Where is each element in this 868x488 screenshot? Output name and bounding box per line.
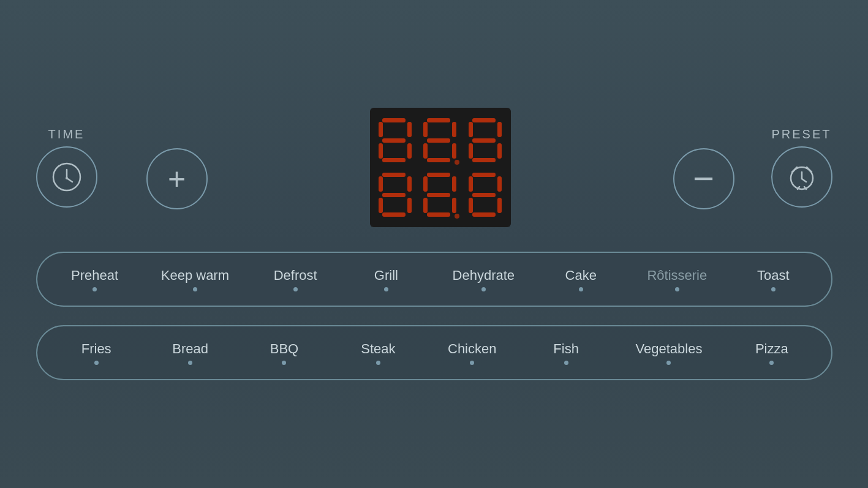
mode-grill-dot bbox=[384, 287, 388, 291]
mode-pizza[interactable]: Pizza bbox=[747, 341, 796, 365]
mode-dehydrate[interactable]: Dehydrate bbox=[453, 268, 515, 291]
led-display-container bbox=[370, 108, 511, 227]
digit-4 bbox=[375, 170, 416, 220]
clock-icon bbox=[51, 161, 83, 193]
mode-toast-dot bbox=[771, 287, 776, 291]
colon-dot-top bbox=[455, 160, 459, 165]
mode-fries[interactable]: Fries bbox=[72, 341, 121, 365]
left-controls: TIME + bbox=[36, 126, 208, 209]
mode-toast[interactable]: Toast bbox=[749, 268, 798, 291]
alarm-icon bbox=[786, 161, 818, 193]
mode-bbq-dot bbox=[282, 361, 286, 365]
digit-1 bbox=[375, 115, 416, 166]
svg-line-6 bbox=[802, 179, 806, 182]
mode-pizza-label: Pizza bbox=[755, 341, 788, 357]
mode-defrost[interactable]: Defrost bbox=[271, 268, 320, 291]
mode-grill-label: Grill bbox=[374, 268, 398, 283]
mode-cake[interactable]: Cake bbox=[556, 268, 605, 291]
preset-button[interactable] bbox=[771, 146, 832, 208]
mode-bread-label: Bread bbox=[172, 341, 208, 357]
mode-steak-label: Steak bbox=[361, 341, 395, 357]
digit-5 bbox=[420, 170, 461, 220]
mode-strip-row2: Fries Bread BBQ Steak Chicken Fish Veget… bbox=[36, 325, 832, 380]
mode-preheat-label: Preheat bbox=[71, 268, 118, 283]
mode-toast-label: Toast bbox=[757, 268, 790, 283]
mode-dehydrate-label: Dehydrate bbox=[453, 268, 515, 283]
oven-control-panel: TIME + bbox=[0, 0, 868, 488]
mode-vegetables[interactable]: Vegetables bbox=[636, 341, 703, 365]
mode-vegetables-dot bbox=[666, 361, 671, 365]
top-controls-row: TIME + bbox=[36, 108, 832, 227]
time-control-group: TIME bbox=[36, 127, 97, 208]
mode-bbq[interactable]: BBQ bbox=[260, 341, 309, 365]
mode-defrost-dot bbox=[293, 287, 298, 291]
digit-2 bbox=[420, 115, 461, 166]
minus-icon: − bbox=[693, 168, 714, 190]
minus-button[interactable]: − bbox=[673, 148, 734, 209]
mode-pizza-dot bbox=[769, 361, 774, 365]
plus-icon: + bbox=[168, 163, 186, 194]
colon-dot-bottom bbox=[455, 214, 459, 219]
mode-cake-dot bbox=[579, 287, 583, 291]
time-button[interactable] bbox=[36, 146, 97, 208]
right-controls: − PRESET bbox=[673, 126, 832, 209]
mode-strip-row1: Preheat Keep warm Defrost Grill Dehydrat… bbox=[36, 252, 832, 307]
mode-fish[interactable]: Fish bbox=[542, 341, 591, 365]
seg-display-4 bbox=[379, 173, 412, 217]
mode-steak[interactable]: Steak bbox=[353, 341, 402, 365]
mode-chicken-label: Chicken bbox=[448, 341, 496, 357]
mode-keepwarm[interactable]: Keep warm bbox=[161, 268, 229, 291]
mode-chicken-dot bbox=[470, 361, 474, 365]
mode-cake-label: Cake bbox=[565, 268, 597, 283]
time-label: TIME bbox=[48, 127, 85, 141]
preset-label: PRESET bbox=[771, 127, 831, 141]
seg-display-1 bbox=[379, 118, 412, 162]
mode-keepwarm-dot bbox=[193, 287, 197, 291]
mode-fish-label: Fish bbox=[553, 341, 579, 357]
minus-control-group: − bbox=[673, 126, 734, 209]
mode-rotisserie[interactable]: Rôtisserie bbox=[647, 268, 707, 291]
seg-display-5 bbox=[423, 173, 456, 217]
seg-display-6 bbox=[469, 173, 502, 217]
mode-vegetables-label: Vegetables bbox=[636, 341, 703, 357]
seg-display-2 bbox=[423, 118, 456, 162]
mode-bbq-label: BBQ bbox=[270, 341, 298, 357]
mode-steak-dot bbox=[376, 361, 380, 365]
preset-control-group: PRESET bbox=[771, 127, 832, 208]
mode-bread[interactable]: Bread bbox=[166, 341, 215, 365]
seg-display-3 bbox=[469, 118, 502, 162]
mode-fries-dot bbox=[94, 361, 99, 365]
mode-bread-dot bbox=[188, 361, 192, 365]
mode-fish-dot bbox=[564, 361, 568, 365]
led-display bbox=[370, 108, 511, 227]
mode-grill[interactable]: Grill bbox=[361, 268, 410, 291]
plus-button[interactable]: + bbox=[146, 148, 208, 209]
mode-preheat[interactable]: Preheat bbox=[70, 268, 119, 291]
digit-6 bbox=[464, 170, 505, 220]
digit-3 bbox=[464, 115, 505, 166]
mode-keepwarm-label: Keep warm bbox=[161, 268, 229, 283]
mode-preheat-dot bbox=[92, 287, 97, 291]
mode-defrost-label: Defrost bbox=[274, 268, 317, 283]
mode-rotisserie-dot bbox=[675, 287, 679, 291]
mode-dehydrate-dot bbox=[481, 287, 486, 291]
plus-control-group: + bbox=[146, 126, 208, 209]
mode-rotisserie-label: Rôtisserie bbox=[647, 268, 707, 283]
svg-point-3 bbox=[66, 177, 68, 179]
mode-fries-label: Fries bbox=[81, 341, 111, 357]
mode-chicken[interactable]: Chicken bbox=[448, 341, 497, 365]
